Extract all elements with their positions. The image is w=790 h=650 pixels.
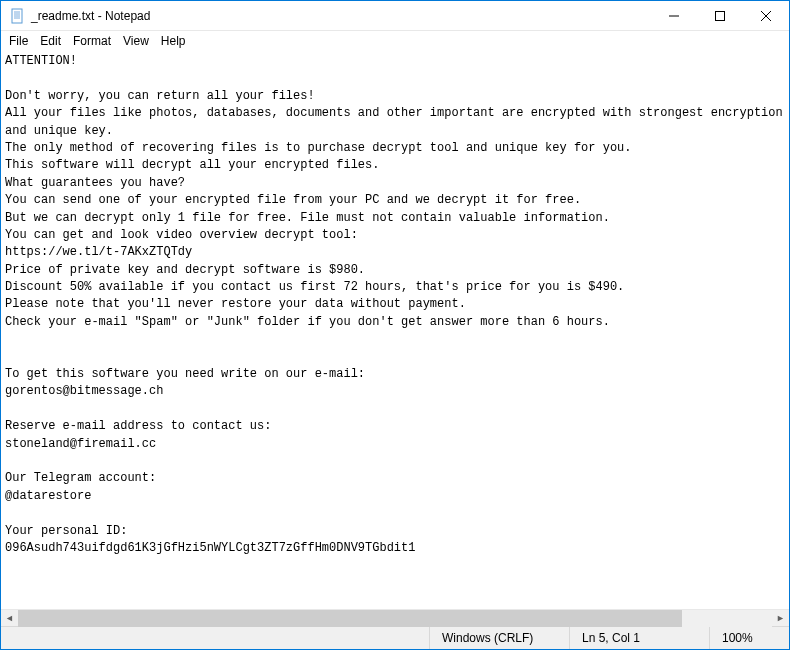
horizontal-scrollbar[interactable]: ◄ ► <box>1 609 789 626</box>
minimize-button[interactable] <box>651 1 697 31</box>
window-title: _readme.txt - Notepad <box>31 9 651 23</box>
scroll-left-arrow-icon[interactable]: ◄ <box>1 610 18 627</box>
maximize-button[interactable] <box>697 1 743 31</box>
svg-rect-6 <box>716 12 725 21</box>
status-zoom: 100% <box>709 627 789 649</box>
menu-file[interactable]: File <box>3 33 34 49</box>
titlebar: _readme.txt - Notepad <box>1 1 789 31</box>
scrollbar-thumb[interactable] <box>18 610 682 627</box>
close-button[interactable] <box>743 1 789 31</box>
menu-edit[interactable]: Edit <box>34 33 67 49</box>
menu-format[interactable]: Format <box>67 33 117 49</box>
status-encoding: Windows (CRLF) <box>429 627 569 649</box>
menubar: File Edit Format View Help <box>1 31 789 51</box>
text-editor-area[interactable]: ATTENTION! Don't worry, you can return a… <box>1 51 789 609</box>
statusbar: Windows (CRLF) Ln 5, Col 1 100% <box>1 626 789 649</box>
status-cursor-position: Ln 5, Col 1 <box>569 627 709 649</box>
menu-help[interactable]: Help <box>155 33 192 49</box>
notepad-icon <box>9 8 25 24</box>
scroll-right-arrow-icon[interactable]: ► <box>772 610 789 627</box>
scrollbar-track[interactable] <box>18 610 772 627</box>
menu-view[interactable]: View <box>117 33 155 49</box>
window-controls <box>651 1 789 30</box>
